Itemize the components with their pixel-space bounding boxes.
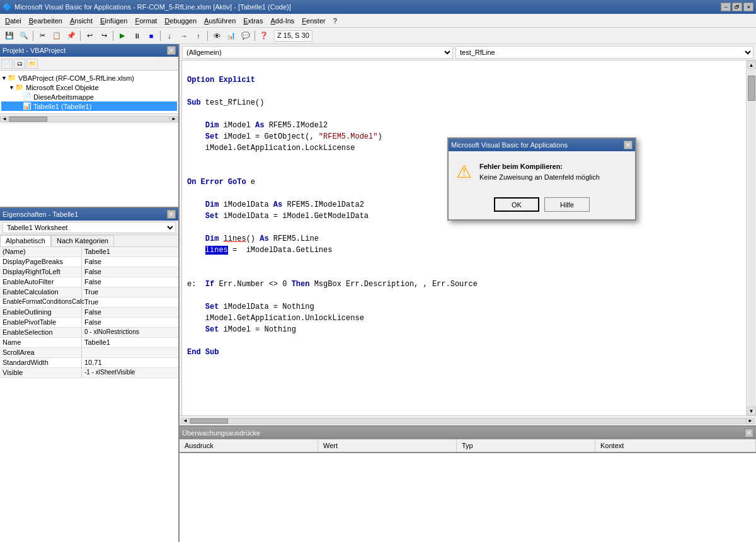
scroll-right-arrow[interactable]: ► bbox=[169, 116, 178, 122]
project-panel-close[interactable]: ✕ bbox=[167, 46, 176, 55]
properties-panel-header: Eigenschaften - Tabelle1 ✕ bbox=[0, 208, 178, 221]
menu-extras[interactable]: Extras bbox=[239, 16, 266, 26]
prop-value-pivottable[interactable]: False bbox=[82, 318, 178, 327]
props-row-stdwidth: StandardWidth 10,71 bbox=[0, 358, 178, 368]
toolbar-stepinto-button[interactable]: ↓ bbox=[163, 30, 176, 42]
toolbar-paste-button[interactable]: 📌 bbox=[64, 30, 78, 42]
menu-help[interactable]: ? bbox=[329, 16, 341, 26]
code-dropdown-object[interactable]: (Allgemein) bbox=[182, 46, 453, 59]
toolbar-locals-button[interactable]: 📊 bbox=[224, 30, 238, 42]
close-button[interactable]: ✕ bbox=[743, 3, 753, 11]
menu-format[interactable]: Format bbox=[131, 16, 161, 26]
scroll-thumb[interactable] bbox=[9, 117, 47, 122]
toolbar-cut-button[interactable]: ✂ bbox=[35, 30, 49, 42]
toolbar-watch-button[interactable]: 👁 bbox=[210, 30, 224, 42]
prop-value-selection[interactable]: 0 - xlNoRestrictions bbox=[82, 328, 178, 337]
watch-columns: Ausdruck Wert Typ Kontext bbox=[180, 439, 756, 453]
watch-panel-close[interactable]: ✕ bbox=[745, 429, 753, 437]
code-scroll-right[interactable]: ► bbox=[746, 418, 755, 424]
menu-fenster[interactable]: Fenster bbox=[298, 16, 329, 26]
watch-content bbox=[180, 453, 756, 542]
watch-col-wert[interactable]: Wert bbox=[318, 439, 457, 452]
restore-button[interactable]: 🗗 bbox=[732, 3, 742, 11]
toolbar-save-button[interactable]: 💾 bbox=[3, 30, 16, 42]
prop-value-sheetname[interactable]: Tabelle1 bbox=[82, 338, 178, 347]
code-scroll-left[interactable]: ◄ bbox=[181, 418, 190, 424]
tree-item-excel-objects[interactable]: ▼ 📁 Microsoft Excel Objekte bbox=[1, 83, 177, 92]
properties-panel-title: Eigenschaften - Tabelle1 bbox=[3, 210, 78, 218]
toolbar-pause-button[interactable]: ⏸ bbox=[130, 30, 144, 42]
prop-value-formatcond[interactable]: True bbox=[82, 297, 178, 307]
code-h-scroll[interactable]: ◄ ► bbox=[180, 415, 756, 425]
prop-value-pagebreaks[interactable]: False bbox=[82, 257, 178, 267]
toolbar-stop-button[interactable]: ■ bbox=[144, 30, 158, 42]
prop-name-selection: EnableSelection bbox=[0, 328, 82, 337]
dialog-title-text: Microsoft Visual Basic for Applications bbox=[451, 141, 568, 149]
toolbar-copy-button[interactable]: 📋 bbox=[50, 30, 64, 42]
proj-btn-view-object[interactable]: 🗂 bbox=[14, 59, 25, 69]
menu-einfuegen[interactable]: Einfügen bbox=[96, 16, 131, 26]
menu-addins[interactable]: Add-Ins bbox=[266, 16, 298, 26]
tree-item-vbaproject[interactable]: ▼ 📁 VBAProject (RF-COM_5-RfLine.xlsm) bbox=[1, 73, 177, 83]
toolbar-run-button[interactable]: ▶ bbox=[115, 30, 129, 42]
code-scroll-thumb[interactable] bbox=[190, 418, 228, 424]
menu-debuggen[interactable]: Debuggen bbox=[161, 16, 200, 26]
menu-bearbeiten[interactable]: Bearbeiten bbox=[25, 16, 66, 26]
project-h-scroll[interactable]: ◄ ► bbox=[0, 113, 178, 124]
tree-item-tabelle1[interactable]: 📊 Tabelle1 (Tabelle1) bbox=[1, 101, 177, 111]
dialog-help-button[interactable]: Hilfe bbox=[544, 197, 590, 212]
toolbar-separator-1 bbox=[33, 31, 33, 41]
toolbar-imm-button[interactable]: 💬 bbox=[239, 30, 253, 42]
error-dialog: Microsoft Visual Basic for Applications … bbox=[447, 137, 636, 221]
title-bar: 🔷 Microsoft Visual Basic for Application… bbox=[0, 0, 756, 14]
dialog-ok-button[interactable]: OK bbox=[494, 197, 539, 212]
properties-panel-close[interactable]: ✕ bbox=[167, 210, 176, 219]
v-scroll-track[interactable] bbox=[748, 69, 755, 407]
prop-value-name[interactable]: Tabelle1 bbox=[82, 247, 178, 257]
toolbar-redo-button[interactable]: ↪ bbox=[97, 30, 111, 42]
code-v-scroll[interactable]: ▲ ▼ bbox=[746, 61, 756, 415]
prop-value-righttoleft[interactable]: False bbox=[82, 267, 178, 277]
watch-col-ausdruck[interactable]: Ausdruck bbox=[180, 439, 318, 452]
menu-ausfuehren[interactable]: Ausführen bbox=[200, 16, 239, 26]
toolbar-stepout-button[interactable]: ↑ bbox=[192, 30, 205, 42]
scroll-track[interactable] bbox=[9, 116, 169, 122]
prop-value-stdwidth[interactable]: 10,71 bbox=[82, 358, 178, 367]
watch-col-kontext[interactable]: Kontext bbox=[595, 439, 756, 452]
tab-alphabetisch[interactable]: Alphabetisch bbox=[0, 235, 51, 246]
prop-value-visible[interactable]: -1 - xlSheetVisible bbox=[82, 368, 178, 378]
menu-ansicht[interactable]: Ansicht bbox=[66, 16, 96, 26]
toolbar-search-button[interactable]: 🔍 bbox=[17, 30, 31, 42]
code-dropdown-proc[interactable]: test_RfLine bbox=[455, 46, 753, 59]
proj-btn-view-code[interactable]: 📄 bbox=[1, 59, 13, 69]
v-scroll-up[interactable]: ▲ bbox=[747, 61, 756, 69]
proj-btn-toggle-folders[interactable]: 📁 bbox=[26, 59, 38, 69]
v-scroll-thumb[interactable] bbox=[748, 76, 755, 101]
toolbar-help-button[interactable]: ❓ bbox=[257, 30, 271, 42]
v-scroll-down[interactable]: ▼ bbox=[747, 407, 756, 415]
toolbar-undo-button[interactable]: ↩ bbox=[83, 30, 96, 42]
prop-name-calculation: EnableCalculation bbox=[0, 287, 82, 297]
project-panel-header: Projekt - VBAProject ✕ bbox=[0, 44, 178, 57]
scroll-left-arrow[interactable]: ◄ bbox=[0, 116, 9, 122]
dialog-buttons: OK Hilfe bbox=[449, 192, 635, 219]
code-editor[interactable]: Option Explicit Sub test_RfLine() Dim iM… bbox=[180, 61, 746, 415]
toolbar-stepover-button[interactable]: → bbox=[177, 30, 191, 42]
tree-item-thisworkbook[interactable]: 📄 DieseArbeitsmappe bbox=[1, 92, 177, 101]
code-scroll-track[interactable] bbox=[190, 418, 746, 424]
props-object-dropdown[interactable]: Tabelle1 Worksheet bbox=[3, 222, 176, 233]
menu-datei[interactable]: Datei bbox=[1, 16, 25, 26]
prop-value-scrollarea[interactable] bbox=[82, 348, 178, 357]
prop-value-autofilter[interactable]: False bbox=[82, 277, 178, 287]
props-row-outlining: EnableOutlining False bbox=[0, 308, 178, 318]
tab-nach-kategorien[interactable]: Nach Kategorien bbox=[51, 235, 114, 246]
props-row-selection: EnableSelection 0 - xlNoRestrictions bbox=[0, 328, 178, 338]
project-toolbar: 📄 🗂 📁 bbox=[0, 57, 178, 71]
prop-value-outlining[interactable]: False bbox=[82, 308, 178, 317]
minimize-button[interactable]: ─ bbox=[721, 3, 731, 11]
watch-col-typ[interactable]: Typ bbox=[457, 439, 595, 452]
properties-panel: Eigenschaften - Tabelle1 ✕ Tabelle1 Work… bbox=[0, 208, 178, 542]
props-row-formatcond: EnableFormatConditionsCalc True bbox=[0, 297, 178, 308]
prop-value-calculation[interactable]: True bbox=[82, 287, 178, 297]
dialog-close-button[interactable]: ✕ bbox=[624, 141, 633, 149]
